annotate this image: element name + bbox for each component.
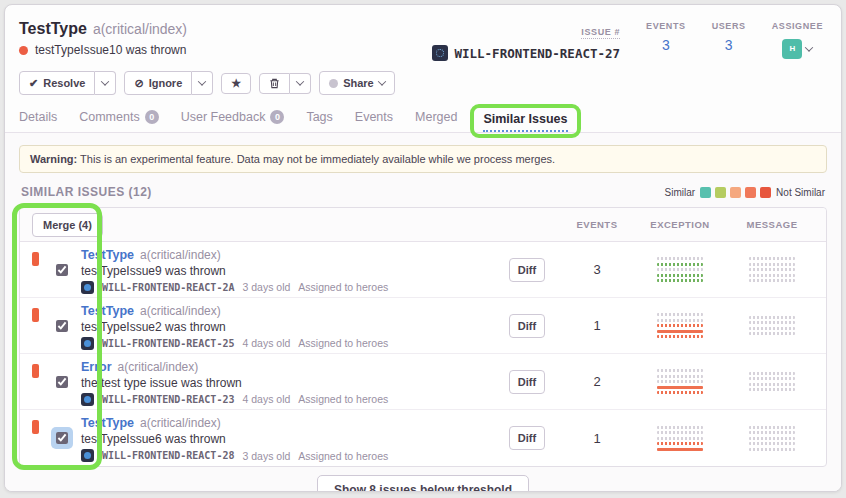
issue-detail-page: TestTypea(critical/index) testTypeIssue1… bbox=[4, 4, 842, 492]
bookmark-button[interactable]: ★ bbox=[221, 73, 251, 94]
row-select-checkbox[interactable] bbox=[56, 264, 68, 276]
issue-number-label: ISSUE # bbox=[581, 27, 620, 39]
tab-user-feedback[interactable]: User Feedback0 bbox=[181, 110, 285, 132]
similar-issues-panel: Warning: This is an experimental feature… bbox=[5, 133, 841, 492]
similar-issue-row: TestTypea(critical/index) testTypeIssue2… bbox=[20, 298, 826, 354]
row-events-count: 3 bbox=[560, 262, 634, 277]
error-level-dot bbox=[19, 46, 28, 55]
issue-short-id: WILL-FRONTEND-REACT-25 bbox=[102, 338, 234, 349]
issue-short-id: WILL-FRONTEND-REACT-2A bbox=[102, 282, 234, 293]
assignee-avatar[interactable]: H bbox=[782, 39, 802, 59]
project-icon bbox=[81, 449, 94, 462]
delete-button[interactable] bbox=[259, 73, 290, 94]
issue-culprit: a(critical/index) bbox=[140, 304, 221, 318]
issue-age: 3 days old bbox=[242, 281, 290, 293]
issue-title-link[interactable]: TestType bbox=[81, 248, 134, 262]
events-count-link[interactable]: 3 bbox=[646, 37, 686, 53]
legend-similar-label: Similar bbox=[665, 187, 696, 198]
issue-meta-stats: ISSUE # WILL-FRONTEND-REACT-27 EVENTS 3 … bbox=[432, 19, 823, 61]
column-header-events: EVENTS bbox=[560, 219, 634, 230]
row-select-checkbox-wrap[interactable] bbox=[53, 261, 71, 279]
legend-swatch bbox=[760, 187, 771, 198]
row-events-count: 1 bbox=[560, 431, 634, 446]
share-status-icon bbox=[329, 79, 338, 88]
chevron-down-icon bbox=[377, 77, 385, 85]
error-level-bar bbox=[32, 308, 39, 322]
error-level-bar bbox=[32, 364, 39, 378]
legend-swatch bbox=[730, 187, 741, 198]
column-header-exception: EXCEPTION bbox=[634, 219, 726, 230]
tab-tags[interactable]: Tags bbox=[306, 110, 332, 132]
exception-similarity-visual bbox=[657, 423, 703, 453]
issue-message: testTypeIssue9 was thrown bbox=[81, 264, 494, 279]
row-select-checkbox-wrap[interactable] bbox=[53, 317, 71, 335]
message-similarity-visual bbox=[749, 369, 795, 394]
ignore-button[interactable]: ⊘Ignore bbox=[124, 71, 192, 95]
ignore-dropdown-button[interactable] bbox=[192, 71, 213, 95]
page-title: TestTypea(critical/index) bbox=[19, 19, 187, 39]
diff-button[interactable]: Diff bbox=[509, 314, 545, 338]
merge-button[interactable]: Merge (4) bbox=[32, 213, 103, 237]
row-select-checkbox[interactable] bbox=[56, 376, 68, 388]
show-below-threshold-button[interactable]: Show 8 issues below threshold bbox=[317, 475, 529, 492]
users-count-link[interactable]: 3 bbox=[712, 37, 746, 53]
resolve-button[interactable]: ✔Resolve bbox=[19, 71, 95, 95]
similar-issue-row: Errora(critical/index) the test type iss… bbox=[20, 354, 826, 410]
issue-title-link[interactable]: TestType bbox=[81, 304, 134, 318]
row-select-checkbox[interactable] bbox=[56, 320, 68, 332]
delete-dropdown-button[interactable] bbox=[290, 73, 311, 94]
mute-icon: ⊘ bbox=[134, 78, 143, 89]
issue-assignment: Assigned to heroes bbox=[298, 281, 388, 293]
tab-events[interactable]: Events bbox=[355, 110, 393, 132]
chevron-down-icon bbox=[805, 43, 813, 51]
project-icon bbox=[81, 393, 94, 406]
resolve-dropdown-button[interactable] bbox=[95, 71, 116, 95]
row-events-count: 1 bbox=[560, 318, 634, 333]
error-level-bar bbox=[32, 420, 39, 434]
project-icon bbox=[81, 281, 94, 294]
issue-age: 4 days old bbox=[242, 393, 290, 405]
share-button[interactable]: Share bbox=[319, 71, 395, 95]
chevron-down-icon bbox=[198, 77, 206, 85]
column-header-message: MESSAGE bbox=[726, 219, 818, 230]
issue-action-toolbar: ✔Resolve ⊘Ignore ★ Share bbox=[5, 61, 841, 97]
events-label: EVENTS bbox=[646, 21, 686, 31]
issue-title-link[interactable]: TestType bbox=[81, 416, 134, 430]
issue-tab-bar: Details Comments0 User Feedback0 Tags Ev… bbox=[5, 97, 841, 133]
comments-count-badge: 0 bbox=[145, 110, 159, 124]
project-icon bbox=[81, 337, 94, 350]
users-label: USERS bbox=[712, 21, 746, 31]
legend-not-similar-label: Not Similar bbox=[776, 187, 825, 198]
issue-assignment: Assigned to heroes bbox=[298, 393, 388, 405]
chevron-down-icon bbox=[101, 77, 109, 85]
similar-issues-table: Merge (4) EVENTS EXCEPTION MESSAGE TestT… bbox=[19, 207, 827, 467]
issue-culprit: a(critical/index) bbox=[93, 21, 187, 37]
error-level-bar bbox=[32, 252, 39, 266]
issue-age: 3 days old bbox=[242, 450, 290, 462]
issue-short-id: WILL-FRONTEND-REACT-28 bbox=[102, 450, 234, 461]
issue-culprit: a(critical/index) bbox=[140, 416, 221, 430]
issue-culprit: a(critical/index) bbox=[118, 360, 199, 374]
experimental-warning-banner: Warning: This is an experimental feature… bbox=[19, 145, 827, 173]
diff-button[interactable]: Diff bbox=[509, 426, 545, 450]
row-select-checkbox[interactable] bbox=[56, 432, 68, 444]
trash-icon bbox=[269, 78, 280, 89]
assignee-selector[interactable]: H bbox=[782, 39, 812, 59]
section-title: SIMILAR ISSUES (12) bbox=[21, 185, 152, 199]
issue-age: 4 days old bbox=[242, 337, 290, 349]
row-select-checkbox-wrap[interactable] bbox=[53, 429, 71, 447]
tab-similar-issues[interactable]: Similar Issues bbox=[470, 104, 580, 138]
legend-swatch bbox=[715, 187, 726, 198]
issue-type-title: TestType bbox=[19, 20, 87, 37]
row-select-checkbox-wrap[interactable] bbox=[53, 373, 71, 391]
tab-details[interactable]: Details bbox=[19, 110, 57, 132]
check-icon: ✔ bbox=[29, 78, 38, 89]
issue-short-id: WILL-FRONTEND-REACT-23 bbox=[102, 394, 234, 405]
tab-merged[interactable]: Merged bbox=[415, 110, 457, 132]
diff-button[interactable]: Diff bbox=[509, 258, 545, 282]
legend-swatch bbox=[745, 187, 756, 198]
diff-button[interactable]: Diff bbox=[509, 370, 545, 394]
tab-comments[interactable]: Comments0 bbox=[79, 110, 158, 132]
issue-title-link[interactable]: Error bbox=[81, 360, 112, 374]
issue-message: testTypeIssue10 was thrown bbox=[35, 43, 186, 57]
